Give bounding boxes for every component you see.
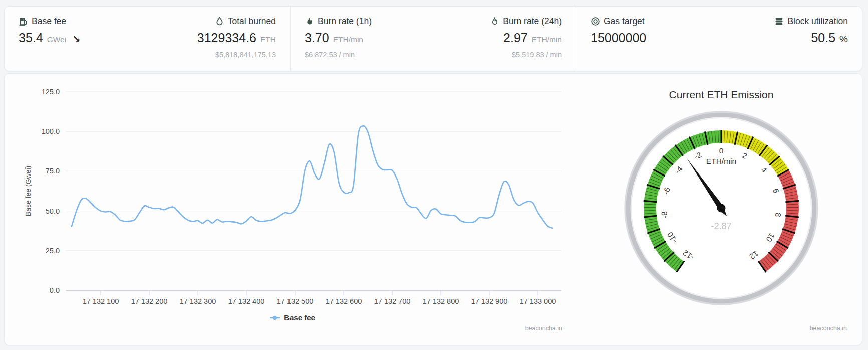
stat-usd-sub: $5,519.83 / min [490,51,562,59]
water-drop-icon [215,17,224,26]
stat-gas-target: Gas target 15000000 [591,7,646,71]
stat-block-utilization: Block utilization 50.5 % [774,7,848,71]
svg-text:-8: -8 [660,211,669,219]
stat-burn-rate-24h: Burn rate (24h) 2.97 ETH/min $5,519.83 /… [490,7,562,71]
eth-emission-gauge-canvas[interactable]: -12-10-8-6-4-2024681012ETH/min-2.87 [620,105,822,311]
legend-label: Base fee [284,313,315,322]
stat-total-burned: Total burned 3129334.6 ETH $5,818,841,17… [197,7,276,71]
base-fee-line-chart-canvas[interactable]: 0.025.050.075.0100.0125.0Base fee (Gwei)… [5,74,581,309]
stat-burn-rate-1h: Burn rate (1h) 3.70 ETH/min $6,872.53 / … [305,7,372,71]
stat-unit: ETH [260,35,276,44]
svg-text:17 132 300: 17 132 300 [180,297,216,305]
svg-text:17 132 700: 17 132 700 [374,297,411,305]
stat-value: 3.70 [305,31,329,45]
stat-unit: % [839,34,848,45]
gauge-title: Current ETH Emission [581,89,862,101]
svg-text:17 132 200: 17 132 200 [131,297,168,305]
watermark: beaconcha.in [525,325,562,332]
watermark: beaconcha.in [810,325,847,332]
stat-usd-sub: $5,818,841,175.13 [197,51,276,59]
stats-group-burn-rates: Burn rate (1h) 3.70 ETH/min $6,872.53 / … [290,7,576,71]
svg-text:17 132 100: 17 132 100 [83,297,119,305]
svg-text:17 132 600: 17 132 600 [326,297,362,305]
svg-text:100.0: 100.0 [42,127,60,135]
stat-unit: ETH/min [532,35,562,44]
stat-value: 3129334.6 [197,31,256,45]
stack-icon [774,17,784,26]
stat-usd-sub: $6,872.53 / min [305,51,372,59]
svg-text:ETH/min: ETH/min [706,157,736,165]
svg-text:25.0: 25.0 [46,247,60,255]
svg-text:17 132 400: 17 132 400 [228,297,265,305]
stat-unit: GWei [47,35,66,44]
svg-text:75.0: 75.0 [46,167,60,175]
fuel-pump-icon [19,17,28,26]
stat-label: Burn rate (1h) [318,16,372,27]
charts-panel: 0.025.050.075.0100.0125.0Base fee (Gwei)… [4,73,862,345]
legend-item-base-fee[interactable]: Base fee [5,313,581,322]
svg-text:-2.87: -2.87 [711,221,731,231]
stat-base-fee: Base fee 35.4 GWei ↘ [19,7,80,71]
svg-text:17 132 500: 17 132 500 [277,297,314,305]
base-fee-chart: 0.025.050.075.0100.0125.0Base fee (Gwei)… [5,74,581,345]
flame-icon [305,17,314,26]
target-icon [591,17,600,26]
svg-text:125.0: 125.0 [42,88,60,96]
stat-label: Block utilization [787,16,848,27]
svg-text:17 132 900: 17 132 900 [471,297,508,305]
stat-value: 2.97 [503,31,528,45]
stat-label: Base fee [32,16,66,27]
legend-marker-icon [270,315,280,321]
stats-bar: Base fee 35.4 GWei ↘ Total burned 312933… [4,6,862,71]
flame-icon [490,17,499,26]
svg-text:Base fee (Gwei): Base fee (Gwei) [24,166,32,216]
burn-dashboard: Base fee 35.4 GWei ↘ Total burned 312933… [0,0,868,350]
stats-group-gas: Gas target 15000000 Block utilization 50… [576,7,862,71]
stat-label: Burn rate (24h) [503,16,562,27]
svg-text:17 133 000: 17 133 000 [520,297,556,305]
stat-value: 15000000 [591,31,646,45]
stat-value: 35.4 [19,31,43,45]
svg-text:50.0: 50.0 [46,207,60,215]
stat-label: Total burned [228,16,276,27]
eth-emission-gauge: Current ETH Emission -12-10-8-6-4-202468… [581,74,862,345]
stat-value: 50.5 [811,31,835,45]
stat-label: Gas target [604,16,645,27]
trend-down-icon: ↘ [72,33,80,45]
svg-text:0.0: 0.0 [50,286,60,294]
stat-unit: ETH/min [333,35,363,44]
svg-text:17 132 800: 17 132 800 [423,297,459,305]
svg-text:0: 0 [719,146,724,155]
stats-group-fees: Base fee 35.4 GWei ↘ Total burned 312933… [5,7,290,71]
